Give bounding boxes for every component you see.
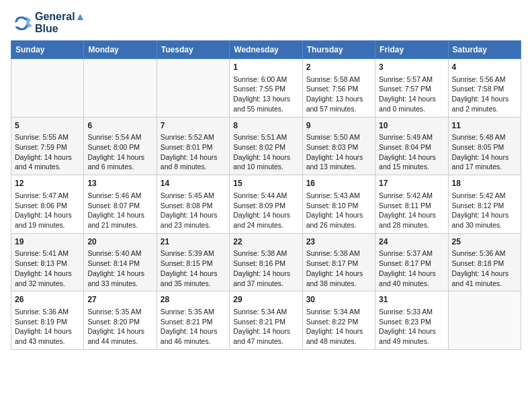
calendar-cell: 3Sunrise: 5:57 AMSunset: 7:57 PMDaylight… bbox=[375, 59, 448, 118]
calendar-body: 1Sunrise: 6:00 AMSunset: 7:55 PMDaylight… bbox=[11, 59, 521, 350]
day-info-line: Daylight: 14 hours bbox=[379, 269, 444, 279]
calendar-cell: 27Sunrise: 5:35 AMSunset: 8:20 PMDayligh… bbox=[84, 291, 157, 350]
day-info-line: and 26 minutes. bbox=[306, 220, 371, 230]
calendar-cell: 29Sunrise: 5:34 AMSunset: 8:21 PMDayligh… bbox=[230, 291, 302, 350]
week-row-3: 12Sunrise: 5:47 AMSunset: 8:06 PMDayligh… bbox=[11, 175, 521, 234]
calendar-cell: 13Sunrise: 5:46 AMSunset: 8:07 PMDayligh… bbox=[84, 175, 157, 234]
day-info-line: and 44 minutes. bbox=[87, 336, 152, 347]
calendar-cell: 31Sunrise: 5:33 AMSunset: 8:23 PMDayligh… bbox=[375, 291, 448, 350]
week-row-4: 19Sunrise: 5:41 AMSunset: 8:13 PMDayligh… bbox=[11, 233, 521, 291]
day-header-monday: Monday bbox=[84, 41, 157, 59]
day-info-line: Daylight: 14 hours bbox=[452, 269, 517, 279]
day-info-line: Sunset: 8:19 PM bbox=[15, 317, 80, 327]
day-info-line: Daylight: 14 hours bbox=[452, 210, 517, 220]
day-info-line: and 48 minutes. bbox=[306, 336, 371, 347]
day-info-line: and 41 minutes. bbox=[452, 279, 517, 289]
day-info-line: Sunset: 8:18 PM bbox=[452, 259, 517, 269]
day-info-line: Sunrise: 5:46 AM bbox=[87, 191, 152, 201]
day-info-line: and 30 minutes. bbox=[452, 220, 517, 230]
calendar-cell bbox=[84, 59, 157, 118]
day-header-tuesday: Tuesday bbox=[157, 41, 229, 59]
logo-icon bbox=[11, 12, 32, 34]
day-number: 20 bbox=[87, 236, 152, 248]
calendar-cell: 7Sunrise: 5:52 AMSunset: 8:01 PMDaylight… bbox=[157, 117, 229, 175]
day-info-line: Sunrise: 5:52 AM bbox=[161, 132, 226, 142]
day-info-line: and 49 minutes. bbox=[379, 336, 444, 347]
day-number: 1 bbox=[233, 62, 298, 73]
day-header-saturday: Saturday bbox=[448, 41, 521, 59]
day-info-line: Sunset: 8:10 PM bbox=[306, 201, 371, 211]
day-info-line: Sunrise: 6:00 AM bbox=[233, 75, 298, 85]
day-info-line: Daylight: 14 hours bbox=[15, 269, 80, 279]
calendar-cell: 2Sunrise: 5:58 AMSunset: 7:56 PMDaylight… bbox=[302, 59, 375, 118]
calendar-cell: 21Sunrise: 5:39 AMSunset: 8:15 PMDayligh… bbox=[157, 233, 229, 291]
day-info-line: and 46 minutes. bbox=[161, 336, 226, 347]
day-info-line: Sunrise: 5:44 AM bbox=[233, 191, 298, 201]
calendar-cell: 23Sunrise: 5:38 AMSunset: 8:17 PMDayligh… bbox=[302, 233, 375, 291]
day-info-line: and 43 minutes. bbox=[15, 336, 80, 347]
calendar-cell: 6Sunrise: 5:54 AMSunset: 8:00 PMDaylight… bbox=[84, 117, 157, 175]
day-info-line: Daylight: 14 hours bbox=[15, 152, 80, 163]
day-info-line: Daylight: 14 hours bbox=[233, 152, 298, 163]
day-info-line: and 32 minutes. bbox=[15, 279, 80, 289]
day-info-line: and 38 minutes. bbox=[306, 279, 371, 289]
calendar-cell: 28Sunrise: 5:35 AMSunset: 8:21 PMDayligh… bbox=[157, 291, 229, 350]
day-info-line: Sunrise: 5:37 AM bbox=[379, 248, 444, 259]
day-info-line: Sunrise: 5:54 AM bbox=[87, 132, 152, 142]
day-number: 29 bbox=[233, 294, 298, 306]
day-header-wednesday: Wednesday bbox=[230, 41, 302, 59]
day-info-line: and 28 minutes. bbox=[379, 220, 444, 230]
day-number: 2 bbox=[306, 62, 371, 73]
day-info-line: Daylight: 13 hours bbox=[233, 94, 298, 104]
calendar-cell: 4Sunrise: 5:56 AMSunset: 7:58 PMDaylight… bbox=[448, 59, 521, 118]
calendar-cell: 5Sunrise: 5:55 AMSunset: 7:59 PMDaylight… bbox=[11, 117, 84, 175]
day-info-line: Sunrise: 5:43 AM bbox=[306, 191, 371, 201]
day-info-line: Daylight: 14 hours bbox=[233, 326, 298, 336]
day-info-line: Sunrise: 5:34 AM bbox=[233, 307, 298, 317]
day-info-line: Daylight: 14 hours bbox=[306, 269, 371, 279]
day-info-line: Sunset: 8:17 PM bbox=[306, 259, 371, 269]
day-number: 28 bbox=[161, 294, 226, 306]
day-number: 31 bbox=[379, 294, 444, 306]
day-number: 24 bbox=[379, 236, 444, 248]
day-info-line: and 19 minutes. bbox=[15, 220, 80, 230]
day-info-line: Sunset: 8:03 PM bbox=[306, 142, 371, 152]
calendar-cell: 26Sunrise: 5:36 AMSunset: 8:19 PMDayligh… bbox=[11, 291, 84, 350]
day-info-line: Daylight: 14 hours bbox=[379, 94, 444, 104]
day-info-line: and 17 minutes. bbox=[452, 162, 517, 172]
day-info-line: Daylight: 14 hours bbox=[87, 269, 152, 279]
day-info-line: and 23 minutes. bbox=[161, 220, 226, 230]
calendar-cell: 8Sunrise: 5:51 AMSunset: 8:02 PMDaylight… bbox=[230, 117, 302, 175]
day-info-line: Sunset: 7:57 PM bbox=[379, 84, 444, 94]
week-row-1: 1Sunrise: 6:00 AMSunset: 7:55 PMDaylight… bbox=[11, 59, 521, 118]
day-info-line: Daylight: 14 hours bbox=[161, 269, 226, 279]
day-info-line: Sunrise: 5:36 AM bbox=[15, 307, 80, 317]
day-info-line: Daylight: 14 hours bbox=[306, 210, 371, 220]
logo-text: General▲ Blue bbox=[35, 11, 85, 35]
day-number: 19 bbox=[15, 236, 80, 248]
day-number: 22 bbox=[233, 236, 298, 248]
day-info-line: Sunset: 8:00 PM bbox=[87, 142, 152, 152]
day-info-line: Sunrise: 5:34 AM bbox=[306, 307, 371, 317]
day-info-line: Sunrise: 5:45 AM bbox=[161, 191, 226, 201]
day-info-line: and 40 minutes. bbox=[379, 279, 444, 289]
day-number: 16 bbox=[306, 178, 371, 189]
day-info-line: Daylight: 14 hours bbox=[87, 210, 152, 220]
day-info-line: Sunrise: 5:42 AM bbox=[452, 191, 517, 201]
day-info-line: and 2 minutes. bbox=[452, 104, 517, 114]
day-info-line: Sunset: 8:01 PM bbox=[161, 142, 226, 152]
day-info-line: Daylight: 14 hours bbox=[15, 210, 80, 220]
day-number: 30 bbox=[306, 294, 371, 306]
day-info-line: Sunset: 8:06 PM bbox=[15, 201, 80, 211]
day-info-line: Sunrise: 5:36 AM bbox=[452, 248, 517, 259]
day-info-line: Sunset: 8:16 PM bbox=[233, 259, 298, 269]
day-info-line: Sunset: 7:58 PM bbox=[452, 84, 517, 94]
day-info-line: Sunset: 8:20 PM bbox=[87, 317, 152, 327]
day-info-line: Sunset: 7:59 PM bbox=[15, 142, 80, 152]
day-number: 6 bbox=[87, 120, 152, 132]
day-info-line: Sunrise: 5:38 AM bbox=[306, 248, 371, 259]
day-info-line: Sunset: 8:05 PM bbox=[452, 142, 517, 152]
day-info-line: Daylight: 14 hours bbox=[452, 94, 517, 104]
day-info-line: Daylight: 14 hours bbox=[161, 210, 226, 220]
day-info-line: Sunset: 8:08 PM bbox=[161, 201, 226, 211]
